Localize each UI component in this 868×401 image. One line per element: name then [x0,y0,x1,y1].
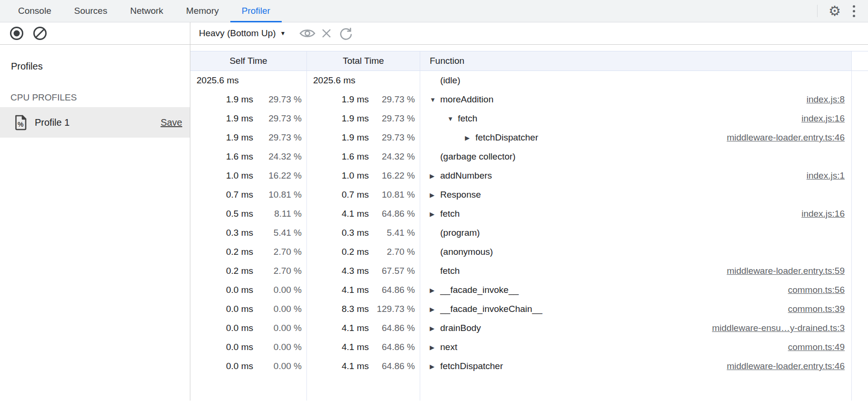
function-cell: ▶ drainBody middleware-ensu…y-drained.ts… [420,319,852,338]
tab-profiler[interactable]: Profiler [230,0,282,22]
record-button[interactable] [7,24,26,43]
table-row[interactable]: 0.0 ms 0.00 % 4.1 ms 64.86 % ▶ next comm… [190,338,868,357]
self-time-percent: 2.70 % [253,247,306,257]
close-icon [321,28,332,39]
total-time-ms: 0.3 ms [342,228,369,238]
table-row[interactable]: 0.0 ms 0.00 % 4.1 ms 64.86 % ▶ fetchDisp… [190,357,868,376]
table-row[interactable]: 0.2 ms 2.70 % 4.3 ms 67.57 % fetch middl… [190,261,868,281]
table-row[interactable]: 0.2 ms 2.70 % 0.2 ms 2.70 % (anonymous) [190,242,868,261]
kebab-menu-icon [853,5,855,17]
source-location-link[interactable]: index.js:16 [801,209,851,219]
table-row[interactable]: 0.3 ms 5.41 % 0.3 ms 5.41 % (program) [190,223,868,242]
self-time-ms: 0.3 ms [226,228,253,238]
source-location-link[interactable]: common.ts:49 [788,342,851,352]
source-location-link[interactable]: middleware-loader.entry.ts:59 [727,266,851,276]
clear-all-profiles-button[interactable] [30,24,49,43]
view-mode-select[interactable]: Heavy (Bottom Up) ▼ [199,28,286,39]
self-time-percent: 24.32 % [253,151,306,162]
total-time-percent: 29.73 % [369,113,420,124]
self-time-cell: 0.0 ms 0.00 % [190,281,307,300]
self-time-ms: 1.6 ms [226,151,253,162]
table-row[interactable]: 1.0 ms 16.22 % 1.0 ms 16.22 % ▶ addNumbe… [190,166,868,185]
self-time-ms: 0.2 ms [226,247,253,257]
table-row[interactable]: 0.7 ms 10.81 % 0.7 ms 10.81 % ▶ Response [190,185,868,204]
function-cell: (program) [420,223,852,242]
focus-selected-button[interactable] [298,24,317,43]
total-time-cell: 0.7 ms 10.81 % [307,185,420,204]
self-time-cell: 0.3 ms 5.41 % [190,223,307,242]
function-cell: (idle) [420,71,852,90]
more-menu-button[interactable] [844,1,863,20]
bottom-up-data-grid: Self Time Total Time Function 2025.6 ms … [190,51,868,401]
self-time-ms: 0.2 ms [226,266,253,276]
total-time-cell: 4.1 ms 64.86 % [307,357,420,376]
function-cell: (garbage collector) [420,147,852,166]
tree-expand-arrow-icon[interactable]: ▶ [430,172,440,180]
function-cell: ▶ next common.ts:49 [420,338,852,357]
profiler-toolbar: Heavy (Bottom Up) ▼ [0,22,868,45]
save-profile-link[interactable]: Save [160,117,182,128]
source-location-link[interactable]: middleware-loader.entry.ts:46 [727,361,851,371]
total-time-percent: 29.73 % [369,132,420,143]
total-time-ms: 1.9 ms [342,94,369,105]
tree-expand-arrow-icon[interactable]: ▶ [430,306,440,313]
source-location-link[interactable]: middleware-ensu…y-drained.ts:3 [712,323,851,333]
function-cell: ▼ fetch index.js:16 [420,109,852,128]
table-row[interactable]: 1.9 ms 29.73 % 1.9 ms 29.73 % ▶ fetchDis… [190,128,868,147]
tree-expand-arrow-icon[interactable]: ▶ [430,211,440,218]
tab-sources[interactable]: Sources [63,0,119,22]
self-time-percent: 8.11 % [253,209,306,219]
tree-expand-arrow-icon[interactable]: ▶ [430,325,440,332]
scrollbar-gutter [852,242,868,261]
self-time-percent: 29.73 % [253,132,306,143]
self-time-ms: 0.7 ms [226,190,253,200]
function-cell: fetch middleware-loader.entry.ts:59 [420,261,852,281]
restore-all-button[interactable] [336,24,355,43]
total-time-cell: 0.3 ms 5.41 % [307,223,420,242]
sidebar-item-profile-1[interactable]: % Profile 1 Save [0,107,190,138]
scrollbar-gutter [852,204,868,223]
total-time-percent: 2.70 % [369,247,420,257]
self-time-percent: 0.00 % [253,304,306,314]
settings-button[interactable]: ⚙ [825,1,844,20]
tree-expand-arrow-icon[interactable]: ▶ [430,191,440,199]
tab-bar-right: ⚙ [809,0,868,22]
source-location-link[interactable]: common.ts:39 [788,304,851,314]
table-row[interactable]: 0.0 ms 0.00 % 8.3 ms 129.73 % ▶ __facade… [190,300,868,319]
self-time-percent: 29.73 % [253,113,306,124]
source-location-link[interactable]: common.ts:56 [788,285,851,295]
table-row[interactable]: 1.9 ms 29.73 % 1.9 ms 29.73 % ▼ moreAddi… [190,90,868,109]
self-time-cell: 1.6 ms 24.32 % [190,147,307,166]
tab-console[interactable]: Console [7,0,63,22]
table-row[interactable]: 0.0 ms 0.00 % 4.1 ms 64.86 % ▶ drainBody… [190,319,868,338]
self-time-ms: 0.5 ms [226,209,253,219]
table-row[interactable]: 0.0 ms 0.00 % 4.1 ms 64.86 % ▶ __facade_… [190,281,868,300]
function-cell: ▶ __facade_invoke__ common.ts:56 [420,281,852,300]
tab-network[interactable]: Network [118,0,175,22]
source-location-link[interactable]: index.js:8 [807,94,851,105]
source-location-link[interactable]: index.js:16 [801,113,851,124]
tree-expand-arrow-icon[interactable]: ▼ [447,115,458,122]
scrollbar-gutter [852,185,868,204]
function-name: (garbage collector) [440,151,515,162]
tree-expand-arrow-icon[interactable]: ▶ [430,287,440,294]
tree-expand-arrow-icon[interactable]: ▶ [465,134,475,141]
table-row[interactable]: 1.9 ms 29.73 % 1.9 ms 29.73 % ▼ fetch in… [190,109,868,128]
source-location-link[interactable]: index.js:1 [807,170,851,181]
tree-expand-arrow-icon[interactable]: ▼ [430,96,440,103]
table-row[interactable]: 2025.6 ms 2025.6 ms (idle) [190,71,868,90]
tree-expand-arrow-icon[interactable]: ▶ [430,344,440,351]
column-header-total-time[interactable]: Total Time [307,51,420,70]
source-location-link[interactable]: middleware-loader.entry.ts:46 [727,132,851,143]
total-time-cell: 8.3 ms 129.73 % [307,300,420,319]
column-header-self-time[interactable]: Self Time [190,51,307,70]
gear-icon: ⚙ [829,4,841,18]
tree-expand-arrow-icon[interactable]: ▶ [430,363,440,370]
tab-memory[interactable]: Memory [175,0,230,22]
self-time-cell: 1.9 ms 29.73 % [190,128,307,147]
table-row[interactable]: 0.5 ms 8.11 % 4.1 ms 64.86 % ▶ fetch ind… [190,204,868,223]
exclude-selected-button[interactable] [317,24,336,43]
column-header-function[interactable]: Function [420,51,852,70]
self-time-percent: 5.41 % [253,228,306,238]
table-row[interactable]: 1.6 ms 24.32 % 1.6 ms 24.32 % (garbage c… [190,147,868,166]
